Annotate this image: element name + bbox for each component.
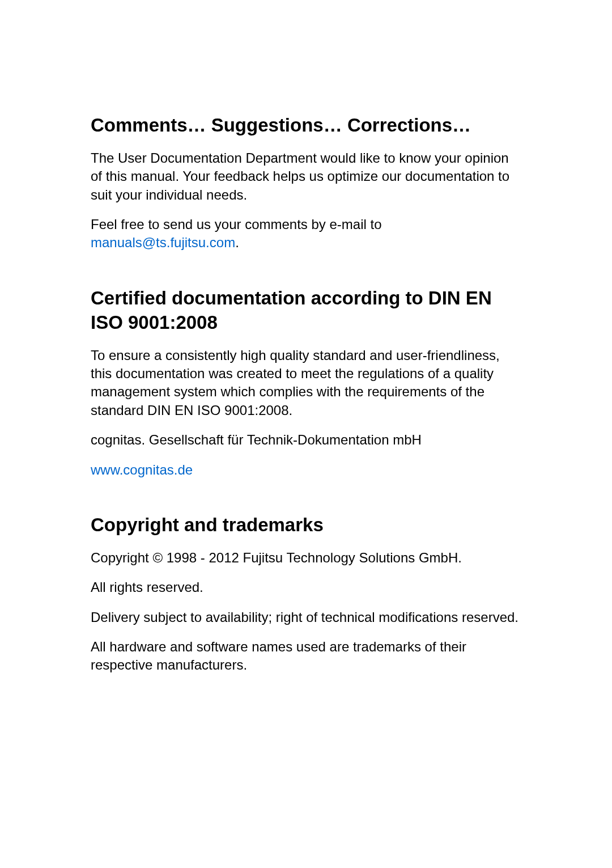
- copyright-paragraph-4: All hardware and software names used are…: [91, 638, 521, 675]
- comments-paragraph-1: The User Documentation Department would …: [91, 149, 521, 204]
- copyright-paragraph-2: All rights reserved.: [91, 578, 521, 596]
- cognitas-link[interactable]: www.cognitas.de: [91, 462, 193, 477]
- copyright-paragraph-3: Delivery subject to availability; right …: [91, 608, 521, 626]
- certified-paragraph-1: To ensure a consistently high quality st…: [91, 346, 521, 420]
- copyright-paragraph-1: Copyright © 1998 - 2012 Fujitsu Technolo…: [91, 549, 521, 567]
- document-page: Comments… Suggestions… Corrections… The …: [0, 0, 612, 765]
- certified-heading: Certified documentation according to DIN…: [91, 286, 521, 335]
- certified-link-paragraph: www.cognitas.de: [91, 461, 521, 479]
- comments-section: Comments… Suggestions… Corrections… The …: [91, 113, 521, 252]
- comments-heading: Comments… Suggestions… Corrections…: [91, 113, 521, 138]
- certified-paragraph-2: cognitas. Gesellschaft für Technik-Dokum…: [91, 431, 521, 449]
- comments-email-prefix: Feel free to send us your comments by e-…: [91, 217, 382, 232]
- comments-paragraph-2: Feel free to send us your comments by e-…: [91, 215, 521, 252]
- comments-email-suffix: .: [235, 235, 239, 250]
- email-link[interactable]: manuals@ts.fujitsu.com: [91, 235, 235, 250]
- certified-section: Certified documentation according to DIN…: [91, 286, 521, 479]
- copyright-section: Copyright and trademarks Copyright © 199…: [91, 513, 521, 675]
- copyright-heading: Copyright and trademarks: [91, 513, 521, 537]
